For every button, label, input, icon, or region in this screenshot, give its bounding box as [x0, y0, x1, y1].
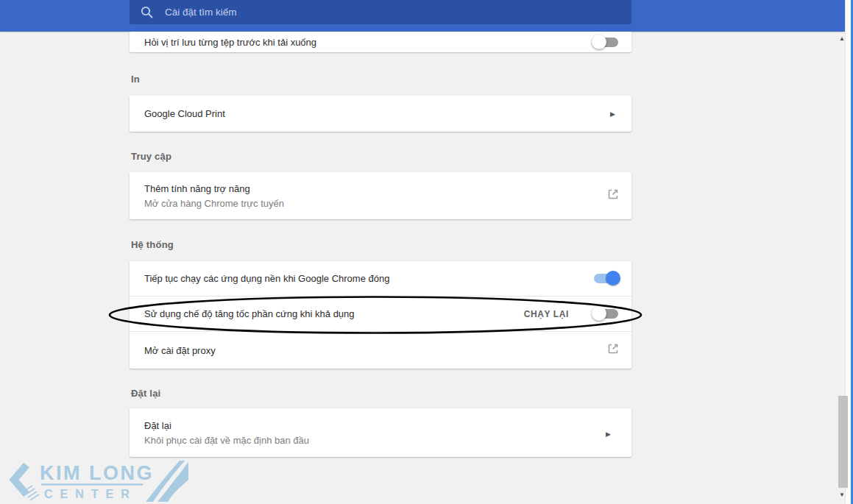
background-apps-row: Tiếp tục chạy các ứng dụng nền khi Googl…	[130, 261, 631, 296]
proxy-settings-row[interactable]: Mở cài đặt proxy	[130, 331, 631, 369]
chevron-logo-mark	[14, 465, 39, 500]
accessibility-features-sublabel: Mở cửa hàng Chrome trực tuyến	[144, 198, 618, 209]
ask-download-location-toggle[interactable]	[594, 38, 618, 47]
settings-search-field[interactable]	[130, 0, 631, 24]
scrollbar-up-arrow-icon[interactable]: ▲	[836, 34, 848, 44]
reset-card: Đặt lại Khôi phục cài đặt về mặc định ba…	[130, 408, 631, 457]
proxy-settings-label: Mở cài đặt proxy	[144, 345, 618, 356]
chrome-settings-page: Hỏi vị trí lưu từng tệp trước khi tải xu…	[0, 0, 853, 504]
google-cloud-print-row[interactable]: Google Cloud Print ▶	[130, 96, 631, 132]
hardware-acceleration-label: Sử dụng chế độ tăng tốc phần cứng khi kh…	[144, 308, 518, 319]
hardware-acceleration-toggle[interactable]	[594, 309, 618, 319]
section-label-reset: Đặt lại	[131, 388, 160, 399]
toggle-knob	[592, 35, 606, 49]
kim-long-center-watermark: KIM LONG CENTER	[1, 456, 191, 504]
search-icon	[141, 6, 153, 18]
relaunch-button[interactable]: CHẠY LẠI	[518, 305, 575, 324]
print-card: Google Cloud Print ▶	[130, 96, 631, 132]
accessibility-features-label: Thêm tính năng trợ năng	[144, 183, 618, 194]
accessibility-card: Thêm tính năng trợ năng Mở cửa hàng Chro…	[130, 172, 631, 219]
section-label-print: In	[131, 74, 140, 85]
toggle-knob	[606, 271, 620, 285]
section-label-system: Hệ thống	[131, 239, 174, 250]
chevron-right-icon: ▶	[606, 426, 614, 439]
search-input[interactable]	[163, 0, 631, 25]
reset-settings-sublabel: Khôi phục cài đặt về mặc định ban đầu	[144, 435, 618, 446]
toggle-knob	[592, 306, 606, 321]
reset-settings-row[interactable]: Đặt lại Khôi phục cài đặt về mặc định ba…	[130, 408, 631, 457]
download-location-card: Hỏi vị trí lưu từng tệp trước khi tải xu…	[130, 32, 631, 52]
open-in-new-icon	[606, 342, 620, 358]
ask-download-location-row: Hỏi vị trí lưu từng tệp trước khi tải xu…	[130, 32, 631, 52]
swoosh-logo-mark	[146, 461, 188, 502]
open-in-new-icon	[606, 188, 620, 204]
watermark-line1: KIM LONG	[40, 462, 154, 484]
ask-download-location-label: Hỏi vị trí lưu từng tệp trước khi tải xu…	[144, 37, 594, 48]
reset-settings-label: Đặt lại	[144, 420, 618, 431]
section-label-accessibility: Truy cập	[131, 151, 171, 162]
background-apps-toggle[interactable]	[594, 274, 618, 283]
chevron-right-icon: ▶	[610, 110, 615, 118]
accessibility-features-row[interactable]: Thêm tính năng trợ năng Mở cửa hàng Chro…	[130, 172, 631, 219]
scrollbar-thumb[interactable]	[838, 396, 848, 488]
google-cloud-print-label: Google Cloud Print	[144, 108, 610, 119]
hardware-acceleration-row: Sử dụng chế độ tăng tốc phần cứng khi kh…	[130, 296, 631, 331]
scrollbar-down-arrow-icon[interactable]: ▼	[836, 490, 848, 500]
system-card: Tiếp tục chạy các ứng dụng nền khi Googl…	[130, 261, 631, 369]
watermark-line2: CENTER	[44, 488, 137, 500]
background-apps-label: Tiếp tục chạy các ứng dụng nền khi Googl…	[144, 273, 594, 284]
settings-header-bar	[0, 0, 845, 32]
